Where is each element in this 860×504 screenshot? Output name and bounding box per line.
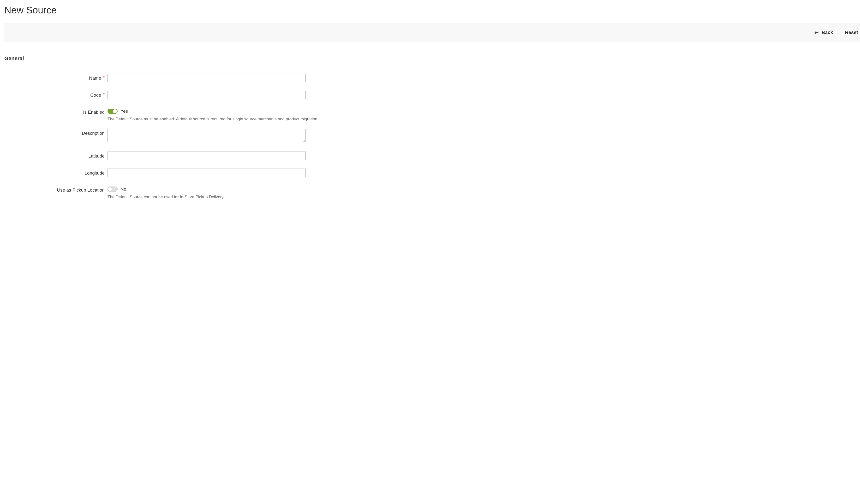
form-general: Name* Code* Is Enabled Yes The Default S…	[0, 62, 860, 214]
description-label: Description	[0, 129, 105, 136]
code-label: Code*	[0, 91, 105, 98]
back-label: Back	[822, 30, 833, 35]
description-input[interactable]	[108, 129, 306, 142]
pickup-toggle[interactable]	[108, 187, 118, 192]
field-row-latitude: Latitude	[0, 151, 860, 160]
name-label: Name*	[0, 74, 105, 81]
required-icon: *	[103, 75, 105, 79]
reset-button[interactable]: Reset	[845, 30, 860, 35]
name-label-text: Name	[89, 75, 101, 80]
enabled-toggle[interactable]	[108, 109, 118, 114]
enabled-label: Is Enabled	[0, 108, 105, 115]
required-icon: *	[103, 92, 105, 97]
pickup-help-text: The Default Source can not be used for I…	[108, 195, 860, 199]
enabled-help-text: The Default Source must be enabled. A de…	[108, 117, 860, 121]
action-bar: Back Reset	[4, 23, 860, 42]
longitude-input[interactable]	[108, 168, 306, 177]
field-row-name: Name*	[0, 74, 860, 82]
field-row-description: Description	[0, 129, 860, 143]
field-row-pickup: Use as Pickup Location No	[0, 186, 860, 193]
pickup-label: Use as Pickup Location	[0, 186, 105, 193]
code-input[interactable]	[108, 91, 306, 99]
page-title: New Source	[0, 0, 860, 23]
pickup-value: No	[120, 187, 126, 192]
back-button[interactable]: Back	[814, 30, 833, 35]
latitude-label: Latitude	[0, 151, 105, 159]
toggle-knob-icon	[108, 187, 112, 191]
longitude-label: Longitude	[0, 168, 105, 176]
field-row-enabled: Is Enabled Yes	[0, 108, 860, 115]
section-general-title: General	[0, 42, 860, 62]
field-row-code: Code*	[0, 91, 860, 99]
name-input[interactable]	[108, 74, 306, 82]
field-row-longitude: Longitude	[0, 168, 860, 177]
enabled-value: Yes	[120, 109, 128, 114]
latitude-input[interactable]	[108, 151, 306, 160]
arrow-left-icon	[814, 30, 819, 35]
code-label-text: Code	[90, 92, 101, 98]
toggle-knob-icon	[113, 109, 117, 114]
reset-label: Reset	[845, 30, 858, 35]
